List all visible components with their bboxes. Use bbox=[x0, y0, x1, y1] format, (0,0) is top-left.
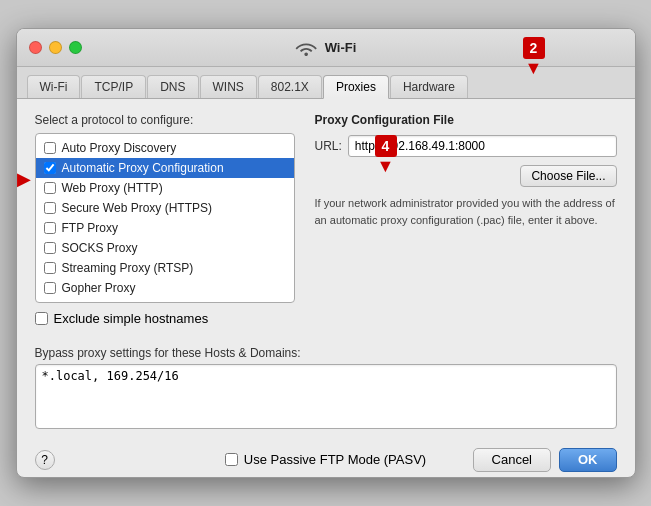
help-button[interactable]: ? bbox=[35, 450, 55, 470]
title-area: Wi-Fi bbox=[295, 40, 357, 56]
streaming-rtsp-checkbox[interactable] bbox=[44, 262, 56, 274]
minimize-button[interactable] bbox=[49, 41, 62, 54]
passive-ftp-row: Use Passive FTP Mode (PASV) bbox=[225, 452, 426, 467]
auto-discovery-checkbox[interactable] bbox=[44, 142, 56, 154]
protocol-streaming-rtsp[interactable]: Streaming Proxy (RTSP) bbox=[36, 258, 294, 278]
passive-ftp-checkbox[interactable] bbox=[225, 453, 238, 466]
url-input[interactable] bbox=[348, 135, 617, 157]
protocol-list: Auto Proxy Discovery Automatic Proxy Con… bbox=[35, 133, 295, 303]
streaming-rtsp-label: Streaming Proxy (RTSP) bbox=[62, 261, 194, 275]
bypass-section: Bypass proxy settings for these Hosts & … bbox=[35, 346, 617, 432]
exclude-hostnames-label: Exclude simple hostnames bbox=[54, 311, 209, 326]
footer-buttons: Cancel OK bbox=[473, 448, 617, 472]
tab-hardware[interactable]: Hardware bbox=[390, 75, 468, 98]
arrow3-right: ▶ bbox=[17, 168, 31, 190]
tabs-container: 2 ▼ Wi-Fi TCP/IP DNS WINS 802.1X Proxies… bbox=[17, 67, 635, 99]
main-content: 3 ▶ Select a protocol to configure: Auto… bbox=[17, 99, 635, 444]
socks-checkbox[interactable] bbox=[44, 242, 56, 254]
bypass-label: Bypass proxy settings for these Hosts & … bbox=[35, 346, 617, 360]
web-http-checkbox[interactable] bbox=[44, 182, 56, 194]
exclude-row: Exclude simple hostnames bbox=[35, 311, 295, 326]
protocol-gopher[interactable]: Gopher Proxy bbox=[36, 278, 294, 298]
footer: ? Use Passive FTP Mode (PASV) Cancel OK bbox=[17, 444, 635, 477]
arrow4-down: ▼ bbox=[377, 157, 395, 175]
protocol-secure-web-https[interactable]: Secure Web Proxy (HTTPS) bbox=[36, 198, 294, 218]
tab-dns[interactable]: DNS bbox=[147, 75, 198, 98]
titlebar: Wi-Fi bbox=[17, 29, 635, 67]
proxy-description: If your network administrator provided y… bbox=[315, 195, 617, 228]
annotation-3: 3 ▶ bbox=[16, 168, 31, 190]
protocol-ftp[interactable]: FTP Proxy bbox=[36, 218, 294, 238]
wifi-icon bbox=[295, 40, 317, 56]
maximize-button[interactable] bbox=[69, 41, 82, 54]
ok-button[interactable]: OK bbox=[559, 448, 617, 472]
tab-wifi[interactable]: Wi-Fi bbox=[27, 75, 81, 98]
tab-tcpip[interactable]: TCP/IP bbox=[81, 75, 146, 98]
two-col-layout: 3 ▶ Select a protocol to configure: Auto… bbox=[35, 113, 617, 334]
gopher-checkbox[interactable] bbox=[44, 282, 56, 294]
ftp-label: FTP Proxy bbox=[62, 221, 118, 235]
exclude-hostnames-checkbox[interactable] bbox=[35, 312, 48, 325]
auto-proxy-config-checkbox[interactable] bbox=[44, 162, 56, 174]
web-http-label: Web Proxy (HTTP) bbox=[62, 181, 163, 195]
auto-discovery-label: Auto Proxy Discovery bbox=[62, 141, 177, 155]
bypass-textarea[interactable]: *.local, 169.254/16 bbox=[35, 364, 617, 429]
window-title: Wi-Fi bbox=[325, 40, 357, 55]
protocol-web-http[interactable]: Web Proxy (HTTP) bbox=[36, 178, 294, 198]
auto-proxy-config-label: Automatic Proxy Configuration bbox=[62, 161, 224, 175]
network-preferences-window: Wi-Fi 2 ▼ Wi-Fi TCP/IP DNS WINS 802.1X P… bbox=[16, 28, 636, 478]
gopher-label: Gopher Proxy bbox=[62, 281, 136, 295]
cancel-button[interactable]: Cancel bbox=[473, 448, 551, 472]
tab-8021x[interactable]: 802.1X bbox=[258, 75, 322, 98]
tab-proxies[interactable]: Proxies bbox=[323, 75, 389, 99]
protocol-label: Select a protocol to configure: bbox=[35, 113, 295, 127]
secure-web-https-checkbox[interactable] bbox=[44, 202, 56, 214]
right-panel: Proxy Configuration File URL: 4 ▼ Choose… bbox=[315, 113, 617, 334]
url-row: URL: bbox=[315, 135, 617, 157]
socks-label: SOCKS Proxy bbox=[62, 241, 138, 255]
choose-file-button[interactable]: Choose File... bbox=[520, 165, 616, 187]
passive-ftp-label: Use Passive FTP Mode (PASV) bbox=[244, 452, 426, 467]
ftp-checkbox[interactable] bbox=[44, 222, 56, 234]
url-label: URL: bbox=[315, 139, 342, 153]
secure-web-https-label: Secure Web Proxy (HTTPS) bbox=[62, 201, 212, 215]
left-panel: 3 ▶ Select a protocol to configure: Auto… bbox=[35, 113, 295, 334]
protocol-socks[interactable]: SOCKS Proxy bbox=[36, 238, 294, 258]
close-button[interactable] bbox=[29, 41, 42, 54]
choose-file-row: 4 ▼ Choose File... bbox=[315, 165, 617, 187]
proxy-config-title: Proxy Configuration File bbox=[315, 113, 617, 127]
titlebar-buttons bbox=[29, 41, 82, 54]
tab-wins[interactable]: WINS bbox=[200, 75, 257, 98]
protocol-auto-discovery[interactable]: Auto Proxy Discovery bbox=[36, 138, 294, 158]
protocol-auto-proxy-config[interactable]: Automatic Proxy Configuration bbox=[36, 158, 294, 178]
